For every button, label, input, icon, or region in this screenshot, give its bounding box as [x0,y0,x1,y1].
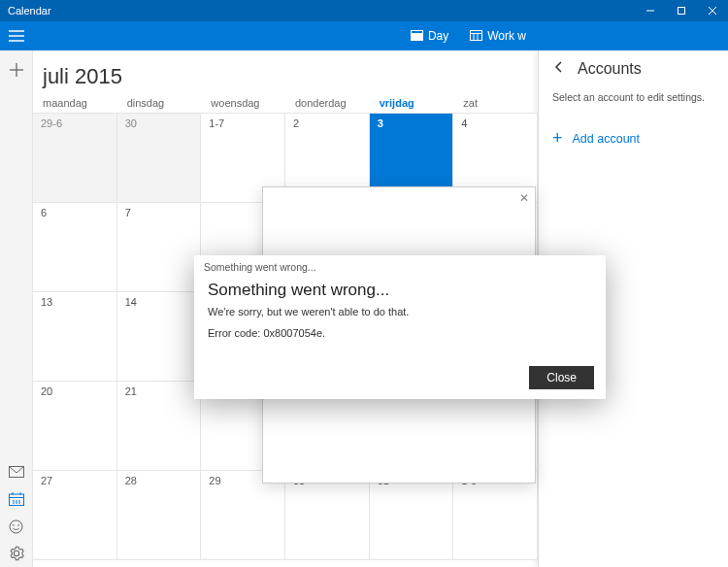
view-workweek-button[interactable]: Work w [462,21,534,50]
error-dialog: Something went wrong... Something went w… [194,255,606,399]
svg-rect-8 [411,30,422,33]
calendar-view: juli 2015 maandagdinsdagwoensdagdonderda… [33,50,538,567]
month-title: juli 2015 [33,64,538,89]
calendar-cell[interactable]: 1-8 [453,471,538,560]
settings-icon[interactable] [0,540,33,567]
title-bar: Calendar [0,0,728,21]
accounts-title: Accounts [578,60,642,78]
calendar-cell[interactable]: 31 [370,471,454,560]
calendar-cell[interactable]: 28 [117,471,202,560]
svg-point-23 [10,520,22,533]
calendar-cell[interactable]: 30 [117,114,202,203]
close-icon[interactable]: ✕ [519,191,529,205]
day-name: woensdag [201,97,285,109]
svg-rect-1 [678,8,685,15]
day-name: maandag [33,97,117,109]
svg-point-25 [17,524,19,526]
calendar-cell[interactable]: 30 [285,471,370,560]
day-name: donderdag [285,97,370,109]
plus-icon: + [552,128,563,149]
view-day-button[interactable]: Day [403,21,456,50]
calendar-cell[interactable]: 29-6 [33,114,117,203]
command-bar: Day Work w [0,21,728,50]
svg-rect-9 [471,30,482,40]
accounts-subtitle: Select an account to edit settings. [552,91,714,103]
minimize-button[interactable] [635,0,666,21]
calendar-cell[interactable]: 29 [201,471,285,560]
day-name: dinsdag [117,97,202,109]
add-account-button[interactable]: + Add account [552,128,714,149]
view-day-label: Day [428,29,448,43]
calendar-cell[interactable]: 6 [33,203,117,292]
calendar-cell[interactable]: 27 [33,471,117,560]
calendar-cell[interactable]: 20 [33,382,117,471]
close-window-button[interactable] [697,0,728,21]
main-area: juli 2015 maandagdinsdagwoensdagdonderda… [0,50,728,567]
calendar-cell[interactable]: 7 [117,203,202,292]
menu-button[interactable] [0,21,33,50]
day-view-icon [411,29,423,44]
close-button[interactable]: Close [529,366,594,389]
back-icon[interactable] [552,60,566,78]
workweek-view-icon [470,29,482,44]
dialog-message: We're sorry, but we weren't able to do t… [194,306,606,327]
dialog-error-code: Error code: 0x8007054e. [194,327,606,339]
calendar-cell[interactable]: 14 [117,292,202,382]
calendar-cell[interactable]: 13 [33,292,117,382]
calendar-cell[interactable]: 21 [117,382,202,471]
left-rail [0,50,33,567]
svg-point-24 [13,524,15,526]
day-name: zat [453,97,538,109]
dialog-heading: Something went wrong... [194,277,606,306]
mail-icon[interactable] [0,458,33,485]
new-event-button[interactable] [0,50,32,89]
day-names-row: maandagdinsdagwoensdagdonderdagvrijdagza… [33,97,538,113]
day-name: vrijdag [370,97,454,109]
add-account-label: Add account [573,132,641,146]
dialog-caption: Something went wrong... [194,255,606,277]
feedback-icon[interactable] [0,513,33,540]
calendar-icon[interactable] [0,485,33,513]
maximize-button[interactable] [666,0,697,21]
view-workweek-label: Work w [487,29,526,43]
window-title: Calendar [8,5,635,17]
